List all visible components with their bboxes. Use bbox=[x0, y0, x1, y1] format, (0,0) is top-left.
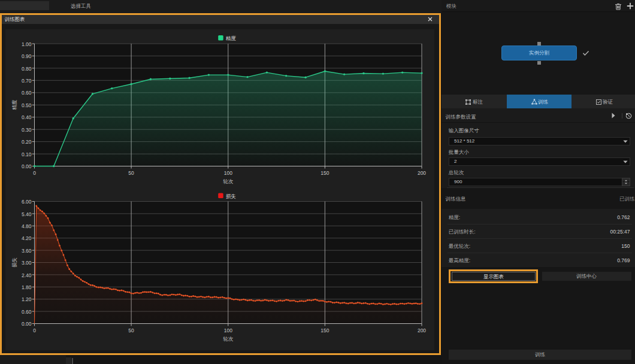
svg-text:150: 150 bbox=[320, 327, 329, 333]
svg-text:1.20: 1.20 bbox=[22, 296, 32, 302]
svg-text:150: 150 bbox=[320, 169, 329, 175]
svg-text:0: 0 bbox=[33, 327, 36, 333]
svg-text:0.70: 0.70 bbox=[22, 77, 32, 83]
svg-text:4.80: 4.80 bbox=[22, 223, 32, 229]
svg-text:0.80: 0.80 bbox=[22, 65, 32, 71]
svg-text:0.00: 0.00 bbox=[22, 321, 32, 327]
svg-text:100: 100 bbox=[224, 327, 232, 333]
svg-text:4.20: 4.20 bbox=[22, 235, 32, 241]
svg-text:50: 50 bbox=[128, 327, 134, 333]
svg-text:3.00: 3.00 bbox=[22, 260, 32, 266]
svg-text:0.90: 0.90 bbox=[22, 53, 32, 59]
svg-text:2.40: 2.40 bbox=[22, 272, 32, 278]
svg-text:0.60: 0.60 bbox=[22, 308, 32, 314]
svg-text:6.00: 6.00 bbox=[22, 199, 32, 205]
svg-text:轮次: 轮次 bbox=[223, 178, 234, 184]
svg-text:100: 100 bbox=[224, 169, 232, 175]
svg-text:200: 200 bbox=[418, 169, 426, 175]
svg-text:1.00: 1.00 bbox=[22, 41, 32, 47]
svg-text:精度: 精度 bbox=[11, 99, 17, 110]
svg-text:损失: 损失 bbox=[226, 193, 237, 199]
svg-text:200: 200 bbox=[418, 327, 426, 333]
svg-text:3.60: 3.60 bbox=[22, 247, 32, 253]
svg-text:精度: 精度 bbox=[226, 35, 237, 41]
svg-text:0.20: 0.20 bbox=[22, 139, 32, 145]
svg-text:0: 0 bbox=[33, 169, 36, 175]
svg-text:5.40: 5.40 bbox=[22, 211, 32, 217]
svg-text:轮次: 轮次 bbox=[223, 336, 234, 342]
svg-text:0.50: 0.50 bbox=[22, 102, 32, 108]
svg-text:0.00: 0.00 bbox=[22, 163, 32, 169]
svg-text:0.30: 0.30 bbox=[22, 126, 32, 132]
svg-text:50: 50 bbox=[128, 169, 134, 175]
svg-text:1.80: 1.80 bbox=[22, 284, 32, 290]
svg-text:0.10: 0.10 bbox=[22, 151, 32, 157]
svg-text:损失: 损失 bbox=[11, 257, 17, 268]
svg-text:0.40: 0.40 bbox=[22, 114, 32, 120]
svg-text:0.60: 0.60 bbox=[22, 90, 32, 96]
